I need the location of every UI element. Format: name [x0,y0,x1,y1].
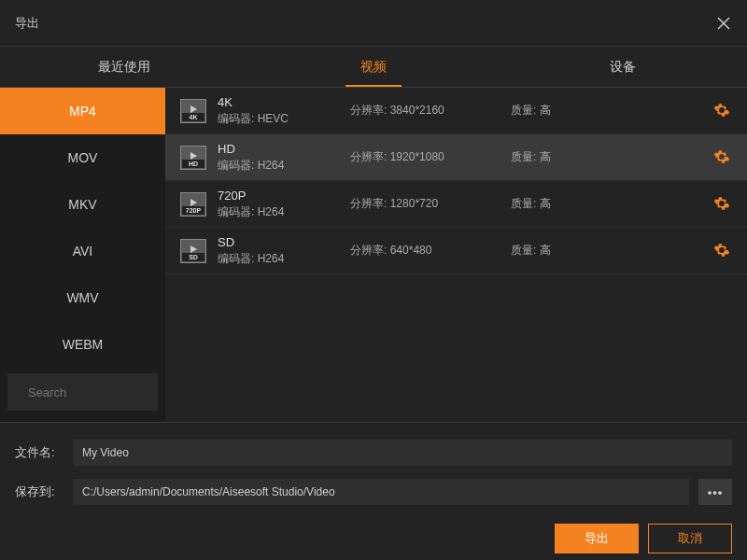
filename-input[interactable] [73,440,732,466]
preset-quality: 质量: 高 [511,149,702,165]
preset-name: HD [218,142,339,156]
filename-row: 文件名: [15,440,732,466]
main-area: MP4 MOV MKV AVI WMV WEBM 4K 4K 编码器: HEVC… [0,88,747,422]
format-mov[interactable]: MOV [0,134,165,181]
gear-icon [713,148,730,165]
preset-hd[interactable]: HD HD 编码器: H264 分辨率: 1920*1080 质量: 高 [165,134,747,181]
gear-icon [713,242,730,259]
format-webm[interactable]: WEBM [0,321,165,368]
preset-quality: 质量: 高 [511,243,702,259]
preset-settings-button[interactable] [713,102,732,120]
format-wmv[interactable]: WMV [0,274,165,321]
export-button[interactable]: 导出 [555,524,639,553]
preset-name: 720P [218,189,339,203]
close-icon [716,16,731,31]
format-mkv[interactable]: MKV [0,181,165,228]
preset-720p[interactable]: 720P 720P 编码器: H264 分辨率: 1280*720 质量: 高 [165,181,747,228]
preset-resolution: 分辨率: 1280*720 [350,196,500,212]
tab-recent-label: 最近使用 [98,59,150,76]
tab-video-label: 视频 [360,59,387,76]
format-sidebar: MP4 MOV MKV AVI WMV WEBM [0,88,165,422]
bottom-panel: 文件名: 保存到: ••• 导出 取消 [0,422,747,553]
preset-quality: 质量: 高 [511,196,702,212]
preset-resolution: 分辨率: 3840*2160 [350,103,500,119]
format-search[interactable] [7,373,158,411]
format-mp4[interactable]: MP4 [0,88,165,134]
category-tabs: 最近使用 视频 设备 [0,47,747,88]
preset-icon: 4K [180,99,206,123]
preset-name: 4K [218,95,339,109]
tab-video[interactable]: 视频 [249,47,499,87]
gear-icon [713,195,730,212]
cancel-button[interactable]: 取消 [648,524,732,553]
tab-device-label: 设备 [610,59,636,76]
saveto-label: 保存到: [15,483,63,500]
titlebar: 导出 [0,0,747,47]
browse-button[interactable]: ••• [698,479,732,505]
tab-recent[interactable]: 最近使用 [0,47,249,87]
preset-sd[interactable]: SD SD 编码器: H264 分辨率: 640*480 质量: 高 [165,228,747,274]
filename-label: 文件名: [15,444,63,461]
preset-resolution: 分辨率: 1920*1080 [350,149,500,165]
saveto-row: 保存到: ••• [15,479,732,505]
window-title: 导出 [15,15,39,32]
tab-device[interactable]: 设备 [498,47,747,87]
preset-icon: HD [180,146,206,170]
action-bar: 导出 取消 [15,524,732,553]
saveto-input[interactable] [73,479,689,505]
preset-settings-button[interactable] [713,195,732,214]
preset-list: 4K 4K 编码器: HEVC 分辨率: 3840*2160 质量: 高 HD … [165,88,747,422]
preset-settings-button[interactable] [713,148,732,167]
gear-icon [713,102,730,119]
preset-icon: SD [180,239,206,263]
preset-name: SD [218,235,339,249]
search-input[interactable] [28,385,185,399]
close-button[interactable] [700,0,747,47]
preset-settings-button[interactable] [713,242,732,260]
preset-icon: 720P [180,192,206,217]
preset-4k[interactable]: 4K 4K 编码器: HEVC 分辨率: 3840*2160 质量: 高 [165,88,747,134]
preset-quality: 质量: 高 [511,103,702,119]
preset-resolution: 分辨率: 640*480 [350,243,500,259]
format-avi[interactable]: AVI [0,228,165,274]
